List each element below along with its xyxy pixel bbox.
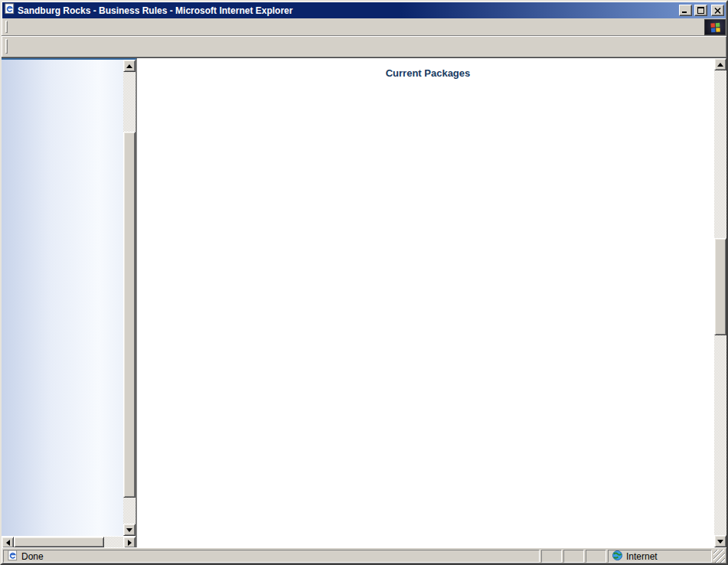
menu-bar xyxy=(2,18,726,36)
scroll-up-button[interactable] xyxy=(714,58,726,70)
internet-globe-icon xyxy=(612,550,623,563)
scrollbar-thumb[interactable] xyxy=(714,238,726,335)
status-pane-3 xyxy=(586,550,606,563)
scrollbar-thumb[interactable] xyxy=(123,132,135,498)
business-rules-form: Current Packages xyxy=(137,58,714,547)
scrollbar-track[interactable] xyxy=(14,537,123,547)
sidebar xyxy=(2,58,137,547)
resize-grip[interactable] xyxy=(713,550,725,563)
main-frame: Current Packages xyxy=(137,58,726,547)
status-text: Done xyxy=(21,551,44,562)
close-button[interactable] xyxy=(711,5,724,16)
scrollbar-track[interactable] xyxy=(714,70,726,535)
status-pane-2 xyxy=(563,550,584,563)
zone-text: Internet xyxy=(626,551,658,562)
ie-page-icon xyxy=(7,550,18,563)
toolbar-grip[interactable] xyxy=(5,39,8,54)
maximize-button[interactable] xyxy=(694,5,707,16)
client-area: Current Packages xyxy=(2,57,726,547)
window-title: Sandburg Rocks - Business Rules - Micros… xyxy=(18,5,677,16)
sidebar-vertical-scrollbar[interactable] xyxy=(123,60,135,536)
security-zone-pane: Internet xyxy=(608,550,712,563)
status-pane-1 xyxy=(541,550,562,563)
ie-logo-icon xyxy=(4,3,15,18)
menu-grip[interactable] xyxy=(5,21,8,32)
minimize-button[interactable] xyxy=(679,5,692,16)
sidebar-nav-tree xyxy=(2,60,123,536)
scrollbar-thumb[interactable] xyxy=(14,537,104,547)
main-vertical-scrollbar[interactable] xyxy=(714,58,726,547)
title-bar: Sandburg Rocks - Business Rules - Micros… xyxy=(2,2,726,18)
scroll-right-button[interactable] xyxy=(123,537,135,548)
status-bar: Done Internet xyxy=(2,547,726,563)
browser-window: Sandburg Rocks - Business Rules - Micros… xyxy=(0,0,728,565)
toolbar xyxy=(2,36,726,57)
scrollbar-track[interactable] xyxy=(123,72,135,524)
windows-logo-throbber-icon xyxy=(704,19,726,35)
scroll-left-button[interactable] xyxy=(2,537,14,548)
sidebar-horizontal-scrollbar[interactable] xyxy=(2,536,135,547)
status-pane: Done xyxy=(3,550,540,563)
scroll-up-button[interactable] xyxy=(123,60,135,72)
scroll-down-button[interactable] xyxy=(714,535,726,547)
scroll-down-button[interactable] xyxy=(123,524,135,536)
section-heading: Current Packages xyxy=(160,67,696,79)
